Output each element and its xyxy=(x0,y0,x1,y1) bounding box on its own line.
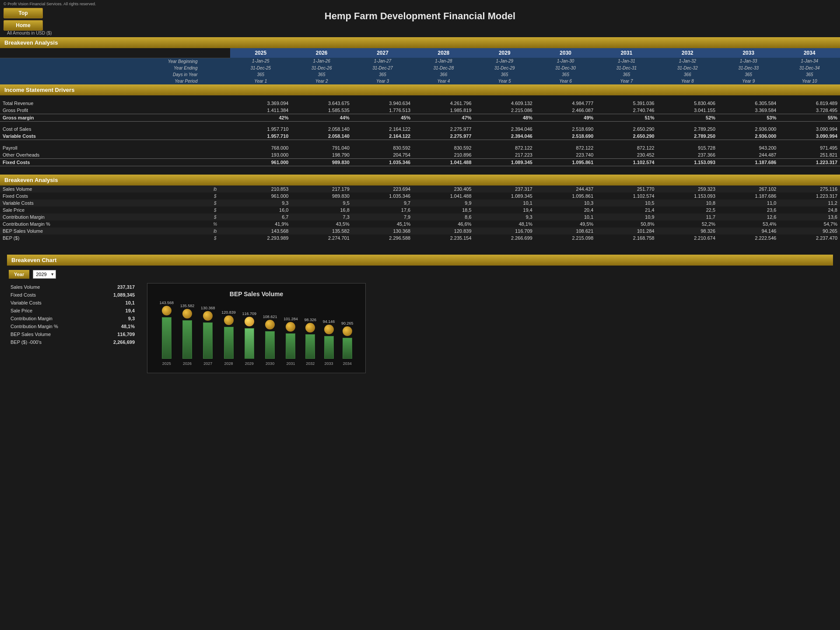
bep-bar-2029: 116.709 2029 xyxy=(242,312,257,366)
year-header-2033: 2033 xyxy=(718,48,779,58)
fixed-costs-row: Fixed Costs 961.000989.8301.035.3461.041… xyxy=(0,158,840,166)
page-title: Hemp Farm Development Financial Model xyxy=(325,10,515,22)
currency-note: All Amounts in USD ($) xyxy=(7,31,840,35)
top-button[interactable]: Top xyxy=(4,8,43,18)
payroll-row: Payroll 768.000791.040830.592830.592 872… xyxy=(0,144,840,151)
year-header-2029: 2029 xyxy=(474,48,535,58)
year-header-2028: 2028 xyxy=(413,48,474,58)
bep-bar-2034: 90.265 2034 xyxy=(341,321,354,366)
chart-contribution-margin-pct: Contribution Margin % 48,1% xyxy=(7,322,138,330)
bep-bar-2028: 120.839 2028 xyxy=(221,310,236,366)
bep-bar-2031: 101.284 2031 xyxy=(284,317,298,366)
chart-bottom-area: Sales Volume 237,317 Fixed Costs 1,089,3… xyxy=(7,283,833,373)
year-header-2031: 2031 xyxy=(596,48,657,58)
days-in-year-row: Days in Year 365365365366 365365365366 3… xyxy=(0,71,840,78)
year-header-2032: 2032 xyxy=(657,48,718,58)
home-button[interactable]: Home xyxy=(4,20,43,31)
year-label: Year xyxy=(9,270,29,279)
bep-bar-2027: 130.368 2027 xyxy=(201,306,215,366)
variable-costs-row: Variable Costs 1.957.7102.058.1402.164.1… xyxy=(0,133,840,140)
bep-fixed-costs-row: Fixed Costs $ 961.000989.8301.035.3461.0… xyxy=(0,192,840,200)
chart-variable-costs: Variable Costs 10,1 xyxy=(7,299,138,307)
bep-bar-2033: 94.146 2033 xyxy=(323,319,335,366)
gross-margin-row: Gross margin 42%44%45%47% 48%49%51%52% 5… xyxy=(0,114,840,121)
bep-dollar-row: BEP ($) $ 2.293.9892.274.7012.296.5882.2… xyxy=(0,234,840,242)
bep-chart-container: BEP Sales Volume 143.568 2025 135.582 20… xyxy=(147,283,366,373)
breakeven-section-row: Breakeven Analysis xyxy=(0,175,840,186)
breakeven-analysis-header: Breakeven Analysis xyxy=(0,37,840,48)
contribution-margin-row: Contribution Margin $ 6,77,37,98,6 9,310… xyxy=(0,214,840,220)
year-header-2030: 2030 xyxy=(535,48,596,58)
bep-sales-volume-row: Sales Volume lb 210.853217.179223.694230… xyxy=(0,186,840,192)
year-select-wrapper[interactable]: 2025 2026 2027 2028 2029 2030 2031 2032 … xyxy=(33,270,56,279)
chart-controls: Year 2025 2026 2027 2028 2029 2030 2031 … xyxy=(9,270,833,279)
year-header-2025: 2025 xyxy=(230,48,291,58)
bep-bar-2025: 143.568 2025 xyxy=(159,301,174,366)
bep-sale-price-row: Sale Price $ 16,016,817,618,5 19,420,421… xyxy=(0,206,840,214)
bep-bar-2032: 98.326 2032 xyxy=(304,318,316,366)
bep-bar-2030: 108.621 2030 xyxy=(263,315,277,366)
chart-sale-price: Sale Price 19,4 xyxy=(7,307,138,315)
total-revenue-row: Total Revenue 3.369.0943.643.6753.940.63… xyxy=(0,100,840,107)
breakeven-chart-section: Breakeven Chart Year 2025 2026 2027 2028… xyxy=(0,250,840,378)
bep-chart-area: 143.568 2025 135.582 2026 130.368 xyxy=(154,304,358,366)
income-drivers-header-row: Income Statement Drivers xyxy=(0,84,840,95)
other-overheads-row: Other Overheads 193.000198.790204.754210… xyxy=(0,151,840,159)
year-select[interactable]: 2025 2026 2027 2028 2029 2030 2031 2032 … xyxy=(33,270,56,279)
bep-bar-2026: 135.582 2026 xyxy=(180,304,195,366)
contribution-margin-pct-row: Contribution Margin % % 41,9%43,5%45,1%4… xyxy=(0,220,840,228)
bep-sales-volume2-row: BEP Sales Volume lb 143.568135.582130.36… xyxy=(0,228,840,234)
year-period-row: Year Period Year 1Year 2Year 3Year 4 Yea… xyxy=(0,78,840,84)
main-data-table: 2025 2026 2027 2028 2029 2030 2031 2032 … xyxy=(0,48,840,250)
chart-bep-sales-volume: BEP Sales Volume 116,709 xyxy=(7,330,138,338)
chart-bep-dollar: BEP ($) -000's 2,266,699 xyxy=(7,338,138,346)
year-header-2026: 2026 xyxy=(291,48,352,58)
chart-fixed-costs: Fixed Costs 1,089,345 xyxy=(7,291,138,299)
chart-sales-volume: Sales Volume 237,317 xyxy=(7,283,138,291)
breakeven-chart-header: Breakeven Chart xyxy=(7,255,833,266)
year-header-2027: 2027 xyxy=(352,48,413,58)
income-drivers-header: Income Statement Drivers xyxy=(0,84,840,95)
cost-of-sales-row: Cost of Sales 1.957.7102.058.1402.164.12… xyxy=(0,126,840,133)
year-beginning-row: Year Beginning 1-Jan-251-Jan-261-Jan-271… xyxy=(0,58,840,65)
bep-variable-costs-row: Variable Costs $ 9,39,59,79,9 10,110,310… xyxy=(0,200,840,206)
chart-contribution-margin: Contribution Margin 9,3 xyxy=(7,315,138,322)
year-ending-row: Year Ending 31-Dec-2531-Dec-2631-Dec-273… xyxy=(0,65,840,71)
breakeven-section-header2: Breakeven Analysis xyxy=(0,175,840,186)
chart-left-table: Sales Volume 237,317 Fixed Costs 1,089,3… xyxy=(7,283,138,346)
gross-profit-row: Gross Profit 1.411.3841.585.5351.776.513… xyxy=(0,107,840,114)
year-header-2034: 2034 xyxy=(779,48,840,58)
bep-chart-title: BEP Sales Volume xyxy=(154,290,358,298)
